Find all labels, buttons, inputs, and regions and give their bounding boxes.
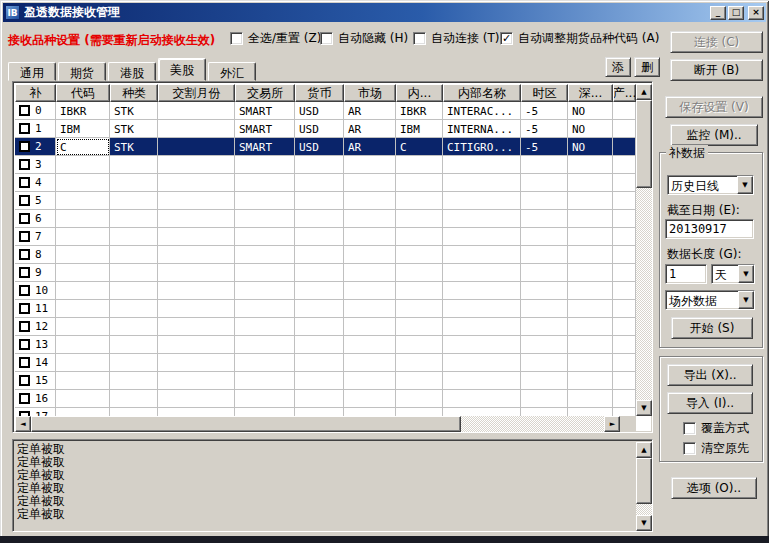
column-header-6[interactable]: 市场 [344, 84, 396, 102]
data-length-input[interactable] [665, 264, 707, 284]
table-row[interactable]: 13 [15, 336, 636, 354]
row-checkbox[interactable] [19, 105, 30, 116]
column-header-3[interactable]: 交割月份 [158, 84, 235, 102]
row-checkbox[interactable] [19, 321, 30, 332]
scroll-left-icon[interactable]: ◄ [15, 416, 31, 432]
table-row[interactable]: 8 [15, 246, 636, 264]
log-scroll-up-icon[interactable]: ▲ [636, 442, 652, 458]
disconnect-button[interactable]: 断开 (B) [670, 59, 763, 81]
table-row[interactable]: 2CSTKSMARTUSDARCCITIGRO...-5NO [15, 138, 636, 156]
clear-checkbox[interactable] [683, 442, 696, 455]
tab-美股[interactable]: 美股 [158, 58, 206, 81]
overwrite-checkbox[interactable] [683, 422, 696, 435]
row-checkbox[interactable] [19, 231, 30, 242]
vertical-scroll-thumb[interactable] [636, 100, 652, 188]
table-row[interactable]: 7 [15, 228, 636, 246]
row-checkbox[interactable] [19, 285, 30, 296]
table-row[interactable]: 3 [15, 156, 636, 174]
table-horizontal-scrollbar[interactable]: ◄ ► [15, 416, 620, 432]
column-header-10[interactable]: 深... [568, 84, 613, 102]
row-checkbox[interactable] [19, 303, 30, 314]
log-scroll-down-icon[interactable]: ▼ [636, 515, 652, 531]
option-checkbox-2[interactable] [413, 32, 426, 45]
tab-通用[interactable]: 通用 [8, 62, 56, 81]
column-header-5[interactable]: 货币 [295, 84, 344, 102]
connect-button[interactable]: 连接 (C) [670, 31, 763, 53]
tab-港股[interactable]: 港股 [108, 62, 156, 81]
table-row[interactable]: 16 [15, 390, 636, 408]
row-checkbox[interactable] [19, 123, 30, 134]
table-row[interactable]: 6 [15, 210, 636, 228]
column-header-1[interactable]: 代码 [56, 84, 110, 102]
length-unit-select[interactable]: 天 ▼ [711, 264, 755, 284]
save-settings-button[interactable]: 保存设置 (V) [665, 96, 763, 118]
table-row[interactable]: 15 [15, 372, 636, 390]
cell-num[interactable]: 7 [15, 228, 56, 246]
tab-期货[interactable]: 期货 [58, 62, 106, 81]
horizontal-scroll-thumb[interactable] [31, 416, 461, 432]
cell-num[interactable]: 3 [15, 156, 56, 174]
export-button[interactable]: 导出 (X).. [667, 364, 753, 386]
row-checkbox[interactable] [19, 141, 30, 152]
row-checkbox[interactable] [19, 339, 30, 350]
table-vertical-scrollbar[interactable]: ▲ ▼ [636, 84, 652, 416]
table-row[interactable]: 1IBMSTKSMARTUSDARIBMINTERNA...-5NO [15, 120, 636, 138]
minimize-button[interactable]: _ [710, 6, 726, 20]
delete-row-button[interactable]: 删 [634, 57, 660, 77]
add-row-button[interactable]: 添 [605, 57, 631, 77]
column-header-9[interactable]: 时区 [521, 84, 568, 102]
column-header-8[interactable]: 内部名称 [443, 84, 521, 102]
maximize-button[interactable]: □ [728, 6, 744, 20]
chevron-down-icon[interactable]: ▼ [738, 291, 754, 309]
row-checkbox[interactable] [19, 357, 30, 368]
cell-num[interactable]: 13 [15, 336, 56, 354]
cell-num[interactable]: 0 [15, 102, 56, 120]
cell-num[interactable]: 9 [15, 264, 56, 282]
row-checkbox[interactable] [19, 177, 30, 188]
data-source-select[interactable]: 场外数据 ▼ [665, 290, 755, 310]
table-row[interactable]: 12 [15, 318, 636, 336]
table-row[interactable]: 11 [15, 300, 636, 318]
scroll-down-icon[interactable]: ▼ [636, 400, 652, 416]
row-checkbox[interactable] [19, 375, 30, 386]
table-row[interactable]: 14 [15, 354, 636, 372]
cell-num[interactable]: 11 [15, 300, 56, 318]
column-header-4[interactable]: 交易所 [235, 84, 295, 102]
start-button[interactable]: 开始 (S) [671, 317, 753, 339]
table-row[interactable]: 17 [15, 408, 636, 416]
cell-num[interactable]: 15 [15, 372, 56, 390]
log-vertical-scrollbar[interactable]: ▲ ▼ [636, 442, 652, 531]
option-checkbox-0[interactable] [230, 32, 243, 45]
cell-num[interactable]: 16 [15, 390, 56, 408]
cell-num[interactable]: 10 [15, 282, 56, 300]
scroll-up-icon[interactable]: ▲ [636, 84, 652, 100]
options-button[interactable]: 选项 (O).. [671, 477, 757, 499]
cell-num[interactable]: 12 [15, 318, 56, 336]
close-button[interactable]: × [748, 6, 764, 20]
row-checkbox[interactable] [19, 213, 30, 224]
row-checkbox[interactable] [19, 159, 30, 170]
monitor-button[interactable]: 监控 (M).. [670, 124, 758, 146]
cell-num[interactable]: 1 [15, 120, 56, 138]
cell-num[interactable]: 4 [15, 174, 56, 192]
column-header-2[interactable]: 种类 [110, 84, 158, 102]
tab-外汇[interactable]: 外汇 [208, 62, 256, 81]
cell-num[interactable]: 14 [15, 354, 56, 372]
row-checkbox[interactable] [19, 249, 30, 260]
column-header-7[interactable]: 内... [396, 84, 443, 102]
table-row[interactable]: 5 [15, 192, 636, 210]
period-select[interactable]: 历史日线 ▼ [667, 175, 754, 195]
row-checkbox[interactable] [19, 195, 30, 206]
cell-num[interactable]: 17 [15, 408, 56, 416]
option-checkbox-1[interactable] [320, 32, 333, 45]
cell-num[interactable]: 5 [15, 192, 56, 210]
option-checkbox-3[interactable]: ✓ [500, 32, 513, 45]
scroll-right-icon[interactable]: ► [604, 416, 620, 432]
column-header-0[interactable]: 补 [15, 84, 56, 102]
cell-num[interactable]: 8 [15, 246, 56, 264]
end-date-input[interactable] [665, 219, 754, 239]
table-row[interactable]: 0IBKRSTKSMARTUSDARIBKRINTERAC...-5NO [15, 102, 636, 120]
chevron-down-icon[interactable]: ▼ [737, 176, 753, 194]
table-row[interactable]: 10 [15, 282, 636, 300]
cell-num[interactable]: 6 [15, 210, 56, 228]
